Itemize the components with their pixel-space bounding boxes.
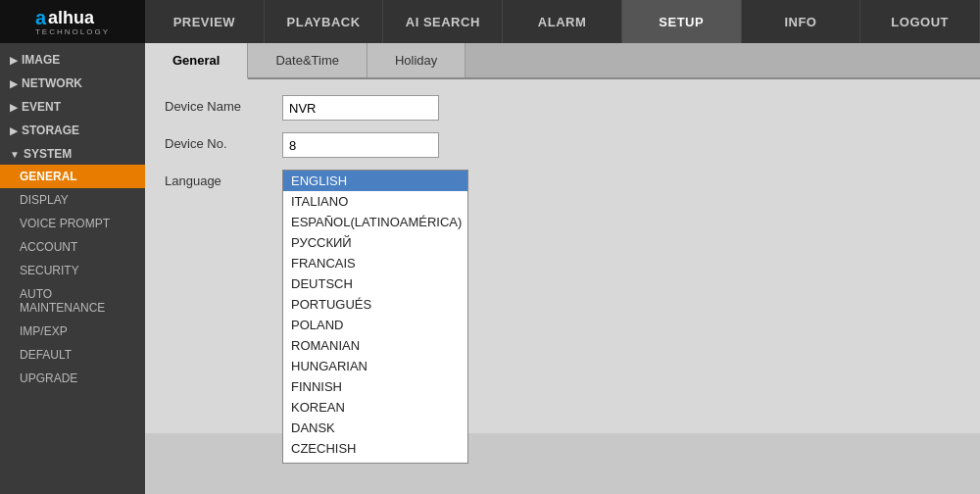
sidebar-item-general[interactable]: GENERAL [0, 165, 145, 188]
language-option[interactable]: DANSK [283, 418, 467, 438]
device-name-input[interactable] [282, 95, 439, 121]
language-option[interactable]: KOREAN [283, 397, 467, 418]
sidebar-item-upgrade[interactable]: UPGRADE [0, 367, 145, 390]
language-row: Language ENGLISHITALIANOESPAÑOL(LATINOAM… [165, 170, 960, 188]
language-option[interactable]: HUNGARIAN [283, 356, 467, 376]
nav-tab-preview[interactable]: PREVIEW [145, 0, 265, 43]
arrow-icon: ▶ [10, 102, 18, 113]
main-layout: ▶ IMAGE ▶ NETWORK ▶ EVENT ▶ STORAGE ▼ SY… [0, 43, 980, 494]
device-no-input[interactable] [282, 132, 439, 158]
device-name-row: Device Name [165, 95, 960, 121]
nav-tab-info[interactable]: INFO [742, 0, 861, 43]
sidebar-item-security[interactable]: SECURITY [0, 259, 145, 282]
sidebar-section-event[interactable]: ▶ EVENT [0, 94, 145, 118]
nav-tab-playback[interactable]: PLAYBACK [265, 0, 384, 43]
sidebar-section-storage[interactable]: ▶ STORAGE [0, 118, 145, 141]
nav-tab-setup[interactable]: SETUP [622, 0, 742, 43]
sidebar-section-system[interactable]: ▼ SYSTEM [0, 141, 145, 165]
language-option[interactable]: FRANCAIS [283, 253, 467, 273]
arrow-icon: ▼ [10, 149, 20, 160]
language-label: Language [165, 170, 282, 188]
content-area: General Date&Time Holiday Device Name De… [145, 43, 980, 494]
sidebar-section-image[interactable]: ▶ IMAGE [0, 47, 145, 71]
ipc-sync-label [165, 365, 282, 369]
language-option[interactable]: BULGARIA [283, 459, 467, 464]
tab-bar: General Date&Time Holiday [145, 43, 980, 79]
nav-tabs: PREVIEW PLAYBACK AI SEARCH ALARM SETUP I… [145, 0, 980, 43]
device-no-label: Device No. [165, 132, 282, 151]
language-option[interactable]: ESPAÑOL(LATINOAMÉRICA) [283, 212, 467, 232]
tab-general[interactable]: General [145, 43, 248, 79]
logo-sub: TECHNOLOGY [35, 27, 110, 36]
logo-text: alhua [48, 8, 94, 28]
arrow-icon: ▶ [10, 125, 18, 136]
device-name-label: Device Name [165, 95, 282, 114]
tab-holiday[interactable]: Holiday [368, 43, 466, 77]
language-option[interactable]: ITALIANO [283, 191, 467, 212]
sidebar-section-label: STORAGE [22, 124, 79, 137]
language-option[interactable]: CZECHISH [283, 438, 467, 459]
language-dropdown-list[interactable]: ENGLISHITALIANOESPAÑOL(LATINOAMÉRICA)РУС… [282, 170, 468, 464]
sidebar-item-auto-maintenance[interactable]: AUTO MAINTENANCE [0, 282, 145, 320]
language-option[interactable]: POLAND [283, 315, 467, 335]
nav-tab-alarm[interactable]: ALARM [503, 0, 622, 43]
language-option[interactable]: PORTUGUÉS [283, 294, 467, 315]
sidebar-item-voice-prompt[interactable]: VOICE PROMPT [0, 212, 145, 235]
sidebar-section-network[interactable]: ▶ NETWORK [0, 71, 145, 94]
sidebar-section-label: EVENT [22, 100, 61, 114]
sidebar: ▶ IMAGE ▶ NETWORK ▶ EVENT ▶ STORAGE ▼ SY… [0, 43, 145, 494]
sidebar-item-account[interactable]: ACCOUNT [0, 235, 145, 259]
sidebar-section-label: IMAGE [22, 53, 60, 67]
top-header: a alhua TECHNOLOGY PREVIEW PLAYBACK AI S… [0, 0, 980, 43]
language-option[interactable]: FINNISH [283, 376, 467, 397]
language-option[interactable]: DEUTSCH [283, 273, 467, 294]
logo-area: a alhua TECHNOLOGY [0, 0, 145, 43]
nav-tab-logout[interactable]: LOGOUT [860, 0, 980, 43]
language-option[interactable]: РУССКИЙ [283, 232, 467, 253]
sidebar-item-default[interactable]: DEFAULT [0, 343, 145, 367]
sidebar-item-imp-exp[interactable]: IMP/EXP [0, 320, 145, 343]
language-option[interactable]: ROMANIAN [283, 335, 467, 356]
tab-datetime[interactable]: Date&Time [248, 43, 368, 77]
form-area: Device Name Device No. Language ENGLISHI… [145, 79, 980, 433]
sidebar-item-display[interactable]: DISPLAY [0, 188, 145, 212]
sidebar-section-label: NETWORK [22, 76, 82, 90]
arrow-icon: ▶ [10, 55, 18, 66]
logo-icon: a [35, 7, 46, 29]
device-no-row: Device No. [165, 132, 960, 158]
language-option[interactable]: ENGLISH [283, 171, 467, 191]
arrow-icon: ▶ [10, 78, 18, 89]
sidebar-section-label: SYSTEM [24, 147, 72, 161]
nav-tab-ai-search[interactable]: AI SEARCH [383, 0, 503, 43]
